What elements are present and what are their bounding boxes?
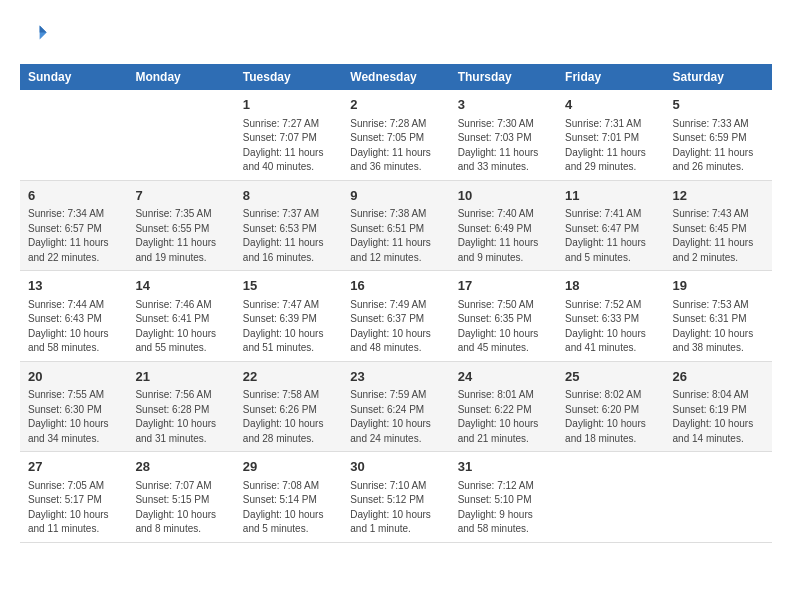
calendar-cell: 24Sunrise: 8:01 AM Sunset: 6:22 PM Dayli… xyxy=(450,361,557,452)
calendar-cell: 28Sunrise: 7:07 AM Sunset: 5:15 PM Dayli… xyxy=(127,452,234,543)
calendar-cell: 3Sunrise: 7:30 AM Sunset: 7:03 PM Daylig… xyxy=(450,90,557,180)
day-info: Sunrise: 7:59 AM Sunset: 6:24 PM Dayligh… xyxy=(350,388,441,446)
calendar-week-row: 13Sunrise: 7:44 AM Sunset: 6:43 PM Dayli… xyxy=(20,271,772,362)
calendar-cell: 13Sunrise: 7:44 AM Sunset: 6:43 PM Dayli… xyxy=(20,271,127,362)
day-info: Sunrise: 8:02 AM Sunset: 6:20 PM Dayligh… xyxy=(565,388,656,446)
day-info: Sunrise: 7:44 AM Sunset: 6:43 PM Dayligh… xyxy=(28,298,119,356)
weekday-header-row: SundayMondayTuesdayWednesdayThursdayFrid… xyxy=(20,64,772,90)
day-info: Sunrise: 7:35 AM Sunset: 6:55 PM Dayligh… xyxy=(135,207,226,265)
day-number: 2 xyxy=(350,95,441,115)
calendar-cell: 4Sunrise: 7:31 AM Sunset: 7:01 PM Daylig… xyxy=(557,90,664,180)
calendar-cell: 16Sunrise: 7:49 AM Sunset: 6:37 PM Dayli… xyxy=(342,271,449,362)
calendar-cell: 26Sunrise: 8:04 AM Sunset: 6:19 PM Dayli… xyxy=(665,361,772,452)
day-number: 24 xyxy=(458,367,549,387)
calendar-cell: 1Sunrise: 7:27 AM Sunset: 7:07 PM Daylig… xyxy=(235,90,342,180)
day-info: Sunrise: 7:27 AM Sunset: 7:07 PM Dayligh… xyxy=(243,117,334,175)
calendar-table: SundayMondayTuesdayWednesdayThursdayFrid… xyxy=(20,64,772,543)
weekday-header: Thursday xyxy=(450,64,557,90)
day-number: 21 xyxy=(135,367,226,387)
day-info: Sunrise: 7:12 AM Sunset: 5:10 PM Dayligh… xyxy=(458,479,549,537)
calendar-cell: 25Sunrise: 8:02 AM Sunset: 6:20 PM Dayli… xyxy=(557,361,664,452)
day-info: Sunrise: 7:43 AM Sunset: 6:45 PM Dayligh… xyxy=(673,207,764,265)
calendar-cell: 5Sunrise: 7:33 AM Sunset: 6:59 PM Daylig… xyxy=(665,90,772,180)
calendar-cell: 12Sunrise: 7:43 AM Sunset: 6:45 PM Dayli… xyxy=(665,180,772,271)
day-info: Sunrise: 7:52 AM Sunset: 6:33 PM Dayligh… xyxy=(565,298,656,356)
weekday-header: Monday xyxy=(127,64,234,90)
weekday-header: Saturday xyxy=(665,64,772,90)
day-info: Sunrise: 7:37 AM Sunset: 6:53 PM Dayligh… xyxy=(243,207,334,265)
calendar-cell xyxy=(20,90,127,180)
day-info: Sunrise: 7:08 AM Sunset: 5:14 PM Dayligh… xyxy=(243,479,334,537)
day-number: 18 xyxy=(565,276,656,296)
calendar-week-row: 27Sunrise: 7:05 AM Sunset: 5:17 PM Dayli… xyxy=(20,452,772,543)
day-info: Sunrise: 7:07 AM Sunset: 5:15 PM Dayligh… xyxy=(135,479,226,537)
day-number: 12 xyxy=(673,186,764,206)
day-info: Sunrise: 7:38 AM Sunset: 6:51 PM Dayligh… xyxy=(350,207,441,265)
calendar-cell: 2Sunrise: 7:28 AM Sunset: 7:05 PM Daylig… xyxy=(342,90,449,180)
calendar-cell: 7Sunrise: 7:35 AM Sunset: 6:55 PM Daylig… xyxy=(127,180,234,271)
calendar-cell: 8Sunrise: 7:37 AM Sunset: 6:53 PM Daylig… xyxy=(235,180,342,271)
day-number: 31 xyxy=(458,457,549,477)
day-info: Sunrise: 7:05 AM Sunset: 5:17 PM Dayligh… xyxy=(28,479,119,537)
calendar-cell: 22Sunrise: 7:58 AM Sunset: 6:26 PM Dayli… xyxy=(235,361,342,452)
day-info: Sunrise: 7:28 AM Sunset: 7:05 PM Dayligh… xyxy=(350,117,441,175)
day-info: Sunrise: 7:34 AM Sunset: 6:57 PM Dayligh… xyxy=(28,207,119,265)
day-number: 6 xyxy=(28,186,119,206)
calendar-week-row: 6Sunrise: 7:34 AM Sunset: 6:57 PM Daylig… xyxy=(20,180,772,271)
day-number: 13 xyxy=(28,276,119,296)
day-number: 25 xyxy=(565,367,656,387)
day-info: Sunrise: 7:58 AM Sunset: 6:26 PM Dayligh… xyxy=(243,388,334,446)
logo xyxy=(20,20,52,48)
day-number: 17 xyxy=(458,276,549,296)
calendar-cell: 6Sunrise: 7:34 AM Sunset: 6:57 PM Daylig… xyxy=(20,180,127,271)
calendar-cell: 19Sunrise: 7:53 AM Sunset: 6:31 PM Dayli… xyxy=(665,271,772,362)
page-header xyxy=(20,20,772,48)
calendar-week-row: 20Sunrise: 7:55 AM Sunset: 6:30 PM Dayli… xyxy=(20,361,772,452)
calendar-cell: 18Sunrise: 7:52 AM Sunset: 6:33 PM Dayli… xyxy=(557,271,664,362)
calendar-cell: 31Sunrise: 7:12 AM Sunset: 5:10 PM Dayli… xyxy=(450,452,557,543)
day-info: Sunrise: 7:49 AM Sunset: 6:37 PM Dayligh… xyxy=(350,298,441,356)
weekday-header: Sunday xyxy=(20,64,127,90)
calendar-cell: 27Sunrise: 7:05 AM Sunset: 5:17 PM Dayli… xyxy=(20,452,127,543)
day-info: Sunrise: 8:04 AM Sunset: 6:19 PM Dayligh… xyxy=(673,388,764,446)
calendar-cell: 9Sunrise: 7:38 AM Sunset: 6:51 PM Daylig… xyxy=(342,180,449,271)
day-info: Sunrise: 7:10 AM Sunset: 5:12 PM Dayligh… xyxy=(350,479,441,537)
day-info: Sunrise: 7:31 AM Sunset: 7:01 PM Dayligh… xyxy=(565,117,656,175)
day-info: Sunrise: 7:41 AM Sunset: 6:47 PM Dayligh… xyxy=(565,207,656,265)
day-number: 3 xyxy=(458,95,549,115)
day-info: Sunrise: 8:01 AM Sunset: 6:22 PM Dayligh… xyxy=(458,388,549,446)
day-number: 16 xyxy=(350,276,441,296)
day-number: 4 xyxy=(565,95,656,115)
calendar-cell: 21Sunrise: 7:56 AM Sunset: 6:28 PM Dayli… xyxy=(127,361,234,452)
day-info: Sunrise: 7:30 AM Sunset: 7:03 PM Dayligh… xyxy=(458,117,549,175)
day-info: Sunrise: 7:50 AM Sunset: 6:35 PM Dayligh… xyxy=(458,298,549,356)
day-number: 14 xyxy=(135,276,226,296)
day-info: Sunrise: 7:40 AM Sunset: 6:49 PM Dayligh… xyxy=(458,207,549,265)
calendar-cell: 14Sunrise: 7:46 AM Sunset: 6:41 PM Dayli… xyxy=(127,271,234,362)
calendar-cell xyxy=(557,452,664,543)
day-number: 27 xyxy=(28,457,119,477)
day-number: 8 xyxy=(243,186,334,206)
day-number: 23 xyxy=(350,367,441,387)
weekday-header: Friday xyxy=(557,64,664,90)
calendar-cell: 20Sunrise: 7:55 AM Sunset: 6:30 PM Dayli… xyxy=(20,361,127,452)
day-info: Sunrise: 7:33 AM Sunset: 6:59 PM Dayligh… xyxy=(673,117,764,175)
calendar-cell: 11Sunrise: 7:41 AM Sunset: 6:47 PM Dayli… xyxy=(557,180,664,271)
calendar-cell xyxy=(127,90,234,180)
calendar-cell: 29Sunrise: 7:08 AM Sunset: 5:14 PM Dayli… xyxy=(235,452,342,543)
day-number: 1 xyxy=(243,95,334,115)
day-info: Sunrise: 7:53 AM Sunset: 6:31 PM Dayligh… xyxy=(673,298,764,356)
day-number: 9 xyxy=(350,186,441,206)
day-number: 15 xyxy=(243,276,334,296)
day-number: 29 xyxy=(243,457,334,477)
calendar-cell: 15Sunrise: 7:47 AM Sunset: 6:39 PM Dayli… xyxy=(235,271,342,362)
calendar-cell: 30Sunrise: 7:10 AM Sunset: 5:12 PM Dayli… xyxy=(342,452,449,543)
calendar-cell: 17Sunrise: 7:50 AM Sunset: 6:35 PM Dayli… xyxy=(450,271,557,362)
day-number: 5 xyxy=(673,95,764,115)
day-info: Sunrise: 7:47 AM Sunset: 6:39 PM Dayligh… xyxy=(243,298,334,356)
day-info: Sunrise: 7:55 AM Sunset: 6:30 PM Dayligh… xyxy=(28,388,119,446)
day-info: Sunrise: 7:56 AM Sunset: 6:28 PM Dayligh… xyxy=(135,388,226,446)
svg-marker-1 xyxy=(40,26,47,33)
day-number: 10 xyxy=(458,186,549,206)
day-number: 26 xyxy=(673,367,764,387)
